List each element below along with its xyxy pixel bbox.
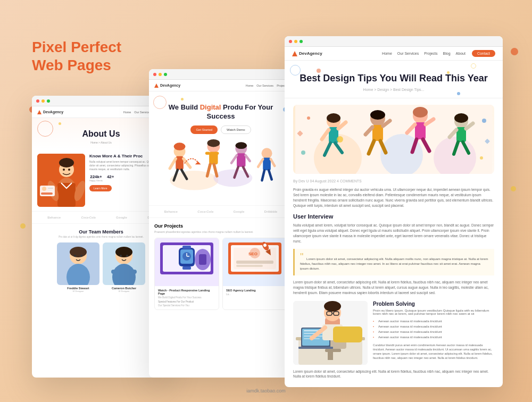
contact-button[interactable]: Contact <box>472 50 495 57</box>
project-special-1: Special Features For Our Product <box>158 300 215 303</box>
svg-rect-46 <box>237 153 245 167</box>
svg-line-47 <box>231 155 237 163</box>
team-svg-2 <box>103 242 145 285</box>
projects-title: Our Projects <box>154 223 287 229</box>
mid-logo: DevAgency <box>154 83 180 88</box>
svg-rect-53 <box>263 157 271 170</box>
right-nav-projects[interactable]: Projects <box>424 52 437 55</box>
nav-home[interactable]: Home <box>123 111 131 114</box>
blog-quote-block: " Lorem ipsum dolor sit amet, consectetu… <box>293 249 494 275</box>
svg-rect-68 <box>182 266 191 270</box>
browser-bar-mid <box>149 69 293 80</box>
dot-green-mid <box>164 73 167 76</box>
blog-breadcrumb: Home > Design > Best Design Tips... <box>295 88 492 91</box>
brand-google: Google <box>116 216 127 219</box>
problem-intro: Proin eu libero ipsum. Quisque ipsum ves… <box>373 309 494 315</box>
mid-nav: DevAgency Home Our Services Projects <box>149 80 293 91</box>
right-circle-2 <box>471 63 476 69</box>
brand-behance: Behance <box>47 216 61 219</box>
svg-point-19 <box>74 255 76 257</box>
right-nav: DevAgency Home Our Services Projects Blo… <box>285 47 503 61</box>
mid-nav-links: Home Our Services Projects <box>246 84 287 87</box>
right-dot-2 <box>457 92 460 95</box>
project-cards: Watch - Product Responsive Landing Page … <box>154 238 287 310</box>
deco-dot-3 <box>20 223 26 229</box>
mid-logo-icon <box>154 83 159 88</box>
blog-main: By Dev U 04 August 2022 4 COMMENTS Proin… <box>285 98 503 387</box>
person-photo <box>37 154 85 207</box>
stat-item-2: 42+ <box>107 174 114 182</box>
team-avatar-2 <box>103 242 145 285</box>
mid-circle-1 <box>153 96 167 109</box>
project-img-1 <box>155 238 219 286</box>
svg-rect-40 <box>205 152 210 154</box>
svg-rect-70 <box>199 254 206 265</box>
svg-line-56 <box>262 170 264 180</box>
svg-rect-13 <box>48 190 52 191</box>
svg-point-44 <box>207 139 220 147</box>
right-logo: DevAgency <box>292 51 322 56</box>
svg-point-24 <box>115 247 132 257</box>
blog-svg <box>293 105 494 174</box>
svg-rect-125 <box>325 349 341 352</box>
team-card-1: Freddie Stewart UI Designer <box>57 242 99 292</box>
svg-point-20 <box>80 255 82 257</box>
right-nav-services[interactable]: Our Services <box>397 52 419 55</box>
svg-line-34 <box>170 158 176 168</box>
svg-line-55 <box>271 159 275 166</box>
svg-point-118 <box>480 156 483 160</box>
project-extra-1: Our Special Services For You <box>158 304 215 307</box>
dot-red-right <box>289 40 292 43</box>
dot-green <box>47 99 50 103</box>
project-title-2: SEO Agency Landing <box>226 289 284 292</box>
team-cards: Freddie Stewart UI Designer <box>37 242 165 292</box>
brand-cocacola: Coca-Cola <box>81 216 96 219</box>
mid-brand-3: Google <box>234 210 245 213</box>
right-hero-area: Best Design Tips You Will Read This Year… <box>285 61 503 98</box>
svg-point-52 <box>262 148 272 158</box>
svg-rect-41 <box>214 152 219 154</box>
svg-point-25 <box>120 255 122 257</box>
mid-hero-highlight: Digital <box>200 103 221 111</box>
svg-marker-0 <box>37 110 41 114</box>
bullet-2: Aenean auctor massa id malesuada tincidu… <box>373 324 494 329</box>
svg-rect-14 <box>41 192 53 195</box>
learn-more-button[interactable]: Learn More <box>89 185 112 191</box>
mid-projects-section: Our Projects Praesent phasellentist eges… <box>149 218 293 315</box>
watch-demo-button[interactable]: Watch Demo <box>221 125 251 134</box>
mid-hero-plain: We Build <box>169 103 200 111</box>
blog-title: Best Design Tips You Will Read This Year <box>295 72 492 85</box>
projects-desc: Praesent phasellentist egestas agentiss … <box>154 230 287 233</box>
get-started-button[interactable]: Get Started <box>190 125 218 134</box>
problem-image <box>293 301 368 365</box>
svg-point-18 <box>70 247 87 257</box>
member-role-1: UI Designer <box>57 290 99 292</box>
browser-bar-right <box>285 36 503 47</box>
right-nav-blog[interactable]: Blog <box>443 52 451 55</box>
project-svg-1 <box>155 238 219 286</box>
mid-nav-services[interactable]: Our Services <box>256 84 273 87</box>
right-nav-about[interactable]: About <box>456 52 466 55</box>
dot-red-mid <box>153 73 156 76</box>
svg-point-11 <box>42 187 46 191</box>
svg-point-26 <box>126 255 128 257</box>
svg-rect-4 <box>57 183 76 207</box>
right-dot-3 <box>447 71 450 74</box>
bullet-1: Aenean auctor massa id malesuada tincidu… <box>373 319 494 324</box>
watermark: iamdk.taobao.com <box>246 388 286 393</box>
middle-mockup: DevAgency Home Our Services Projects We … <box>149 69 293 378</box>
mid-brand-2: Coca-Cola <box>197 210 213 213</box>
mid-brand-4: Dribbble <box>264 210 277 213</box>
problem-svg <box>293 301 368 365</box>
svg-line-54 <box>258 159 263 167</box>
svg-marker-28 <box>154 83 159 88</box>
right-nav-home[interactable]: Home <box>382 52 392 55</box>
mid-nav-home[interactable]: Home <box>246 84 254 87</box>
deco-dot-7 <box>511 186 516 191</box>
problem-title: Problem Solving <box>373 301 494 307</box>
project-card-1: Watch - Product Responsive Landing Page … <box>154 238 219 310</box>
svg-point-116 <box>307 116 310 120</box>
stat-clients: 224k+ Happy Clients <box>89 174 103 182</box>
svg-point-110 <box>454 113 468 123</box>
svg-rect-12 <box>48 188 53 189</box>
